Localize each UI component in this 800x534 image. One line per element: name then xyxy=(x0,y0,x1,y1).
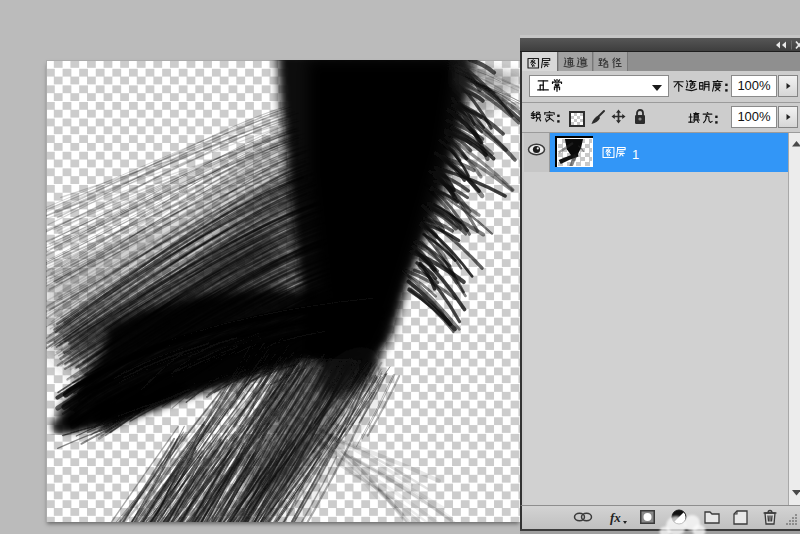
svg-text:fx: fx xyxy=(610,510,621,525)
